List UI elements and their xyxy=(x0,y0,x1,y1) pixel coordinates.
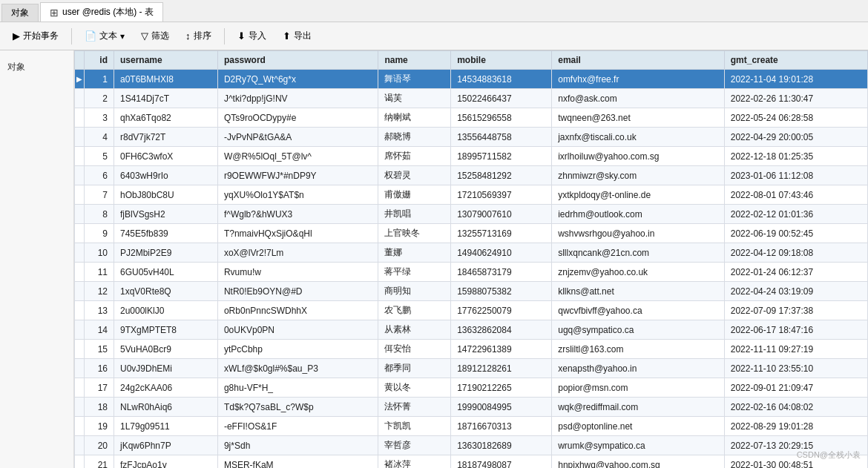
export-label: 导出 xyxy=(294,30,312,42)
watermark: CSDN@全栈小袁 xyxy=(797,449,861,461)
col-id[interactable]: id xyxy=(85,51,114,70)
table-row[interactable]: 50FH6C3wfoXW@R%5lOql_5T@lv^席怀茹1899571158… xyxy=(75,147,868,166)
table-row[interactable]: 191L79g09511-eFFI!OS&1F卞凯凯18716670313psd… xyxy=(75,417,868,436)
sidebar: 对象 xyxy=(0,50,74,468)
table-header-row: id username password name mobile email g… xyxy=(75,51,868,70)
tab-objects[interactable]: 对象 xyxy=(1,4,39,22)
table-row[interactable]: 20jKqw6Phn7P9j*Sdh宰哲彦13630182689wrumk@sy… xyxy=(75,436,868,455)
col-password[interactable]: password xyxy=(217,51,378,70)
tab-user-table[interactable]: ⊞ user @redis (本地) - 表 xyxy=(40,2,163,22)
table-row[interactable]: 4r8dV7jk72T-JvPvNP&tGA&A郝晓博13556448758ja… xyxy=(75,128,868,147)
table-row[interactable]: 21fzFJcpAo1yMSER-fKaM褚冰萍18187498087hnpjx… xyxy=(75,455,868,469)
col-name[interactable]: name xyxy=(378,51,451,70)
table-row[interactable]: 66403wH9rIor9OEWWFWJ*#nDP9Y权碧灵1525848129… xyxy=(75,166,868,185)
table-row[interactable]: 3qhXa6Tqo82QTs9roOCDypy#e纳喇斌15615296558t… xyxy=(75,108,868,128)
table-row[interactable]: 121xqV0Rte8QNtR0!Eb9OYN@#D商明知15988075382… xyxy=(75,282,868,301)
table-row[interactable]: 132u000lKlJ0oRb0nPnncSWDhhX农飞鹏1776225007… xyxy=(75,301,868,320)
toolbar: ▶ 开始事务 📄 文本 ▾ ▽ 筛选 ↕ 排序 ⬇ 导入 ⬆ 导出 xyxy=(0,22,868,50)
separator-2 xyxy=(224,28,225,45)
table-row[interactable]: 16U0vJ9DhEMixWLf@$k0gl#%$au_P3都季同1891212… xyxy=(75,359,868,378)
table-row[interactable]: 8fjBlVSgsH2f^Wglb?&hWUX3井凯唱13079007610ie… xyxy=(75,205,868,224)
table-area[interactable]: id username password name mobile email g… xyxy=(74,50,868,468)
table-icon: ⊞ xyxy=(50,7,59,19)
col-mobile[interactable]: mobile xyxy=(451,51,552,70)
filter-icon: ▽ xyxy=(141,30,148,42)
content-area: 对象 id username password name mobile emai… xyxy=(0,50,868,468)
table-row[interactable]: 10PJ2MbiP2E9xoX@lVr2!7Lm董娜14940624910sll… xyxy=(75,243,868,263)
export-button[interactable]: ⬆ 导出 xyxy=(276,27,318,45)
sidebar-item-objects[interactable]: 对象 xyxy=(0,56,73,78)
separator-1 xyxy=(71,28,72,45)
col-gmt-create[interactable]: gmt_create xyxy=(724,51,867,70)
tab-objects-label: 对象 xyxy=(11,7,29,19)
import-label: 导入 xyxy=(249,30,266,42)
start-icon: ▶ xyxy=(13,30,20,42)
app-container: 对象 ⊞ user @redis (本地) - 表 ▶ 开始事务 📄 文本 ▾ … xyxy=(0,0,868,468)
text-dropdown-icon: ▾ xyxy=(120,31,125,42)
table-row[interactable]: ▶1a0T6BMHXI8D2Ry7Q_Wt^6g*x舞语琴14534883618… xyxy=(75,70,868,89)
start-transaction-label: 开始事务 xyxy=(23,30,59,42)
table-row[interactable]: 21S414Dj7cTJ^tki?dpp!jG!NV谒芙15022466437n… xyxy=(75,89,868,108)
tab-user-table-label: user @redis (本地) - 表 xyxy=(62,6,154,19)
filter-button[interactable]: ▽ 筛选 xyxy=(134,27,176,45)
data-table: id username password name mobile email g… xyxy=(74,50,868,468)
filter-label: 筛选 xyxy=(151,30,169,42)
export-icon: ⬆ xyxy=(283,30,291,42)
table-row[interactable]: 116GU05vH40LRvumu!w蒋平绿18465873179znjzemv… xyxy=(75,263,868,282)
sort-button[interactable]: ↕ 排序 xyxy=(179,27,218,45)
sort-icon: ↕ xyxy=(185,30,191,42)
import-icon: ⬇ xyxy=(237,30,246,42)
start-transaction-button[interactable]: ▶ 开始事务 xyxy=(6,27,65,45)
table-body: ▶1a0T6BMHXI8D2Ry7Q_Wt^6g*x舞语琴14534883618… xyxy=(75,70,868,469)
col-indicator xyxy=(75,51,85,70)
import-button[interactable]: ⬇ 导入 xyxy=(231,27,273,45)
table-row[interactable]: 1724g2cKAA06g8hu-VF*H_黄以冬17190212265popi… xyxy=(75,378,868,398)
tab-bar: 对象 ⊞ user @redis (本地) - 表 xyxy=(0,0,868,22)
col-username[interactable]: username xyxy=(114,51,218,70)
table-row[interactable]: 7hObJ80bC8UyqXU%Olo1Y$AT$n甫傲姗17210569397… xyxy=(75,185,868,205)
text-icon: 📄 xyxy=(85,30,96,42)
table-row[interactable]: 9745E5fb839T?nmaivHQxSjiO&qHl上官映冬1325571… xyxy=(75,224,868,243)
text-label: 文本 xyxy=(99,30,117,42)
col-email[interactable]: email xyxy=(552,51,725,70)
table-row[interactable]: 18NLwR0hAiq6Td$k?Q7saBL_c?W$p法怀菁19990084… xyxy=(75,398,868,417)
sort-label: 排序 xyxy=(194,30,211,42)
table-row[interactable]: 149TXgMPTET80oUKVp0PN从素林13632862084ugq@s… xyxy=(75,320,868,340)
text-button[interactable]: 📄 文本 ▾ xyxy=(78,27,131,45)
table-row[interactable]: 155VuHA0Bcr9ytPcCbhp佴安怡14722961389zrslil… xyxy=(75,340,868,359)
